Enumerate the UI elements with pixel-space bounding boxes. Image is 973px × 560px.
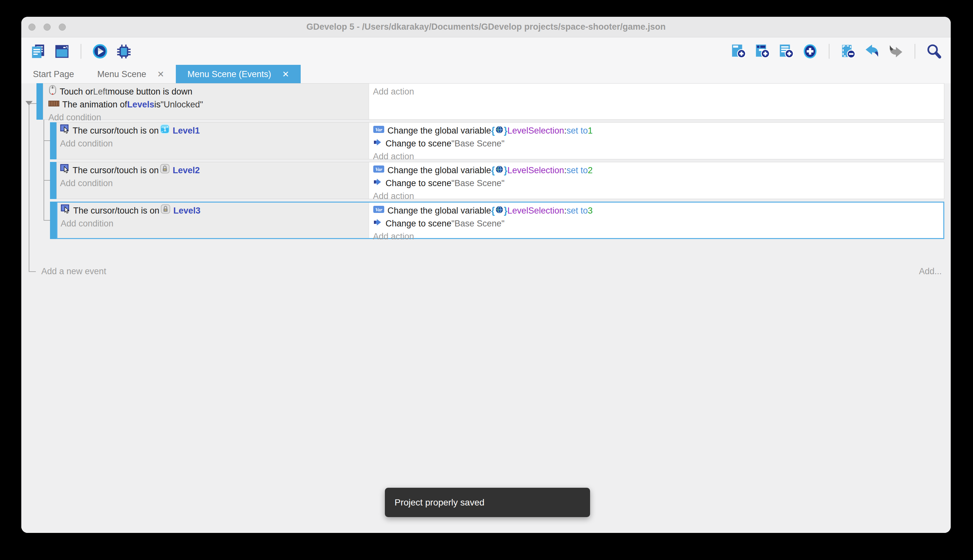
add-condition-button[interactable]: Add condition [57, 217, 369, 230]
actions-column[interactable]: Var Change the global variable { } Level… [369, 123, 944, 159]
actions-column[interactable]: Var Change the global variable { } Level… [369, 203, 943, 238]
scene-editor-window-icon[interactable] [53, 43, 70, 60]
toolbar-separator [915, 44, 915, 59]
add-new-event-button[interactable]: Add a new event [41, 265, 106, 278]
add-action-button[interactable]: Add action [369, 85, 944, 98]
condition-text: mouse button is down [108, 85, 193, 98]
global-variable-brace: { [491, 124, 495, 137]
action-change-variable[interactable]: Var Change the global variable { } Level… [369, 204, 943, 217]
event-row-sub3-selected[interactable]: The cursor/touch is on Level3 Add condit… [57, 202, 944, 239]
variable-icon: Var [373, 204, 385, 217]
project-manager-icon[interactable] [30, 43, 47, 60]
condition-cursor-on[interactable]: The cursor/touch is on 1 Level1 [57, 124, 369, 137]
add-action-button[interactable]: Add action [369, 230, 943, 243]
tree-line [43, 220, 50, 221]
value: 1 [588, 124, 593, 137]
tab-label: Menu Scene [97, 69, 147, 79]
condition-text: The cursor/touch is on [73, 164, 159, 177]
toast-message: Project properly saved [395, 497, 485, 507]
action-change-variable[interactable]: Var Change the global variable { } Level… [369, 164, 944, 177]
global-variable-brace: } [504, 204, 508, 217]
condition-animation[interactable]: The animation of Levels is "Unlocked" [43, 98, 369, 111]
scene-name: "Base Scene" [452, 137, 505, 150]
toolbar [21, 37, 951, 65]
conditions-column[interactable]: The cursor/touch is on Level3 Add condit… [57, 203, 369, 238]
scene-arrow-icon [373, 137, 383, 150]
add-comment-icon[interactable] [778, 43, 795, 60]
redo-icon[interactable] [888, 43, 904, 60]
conditions-column[interactable]: Touch or Left mouse button is down The a… [43, 83, 369, 119]
object-name: Level2 [173, 164, 200, 177]
action-text: Change the global variable [387, 124, 491, 137]
event-highlight-bar[interactable] [37, 83, 43, 120]
play-icon[interactable] [92, 43, 108, 60]
tree-line [43, 120, 44, 220]
condition-text: is [154, 98, 161, 111]
add-condition-button[interactable]: Add condition [57, 177, 369, 190]
action-text: Change to scene [385, 137, 452, 150]
condition-cursor-on[interactable]: The cursor/touch is on Level3 [57, 204, 369, 217]
maximize-window-button[interactable] [59, 23, 66, 31]
condition-param: Left [93, 85, 108, 98]
undo-icon[interactable] [864, 43, 880, 60]
close-tab-icon[interactable]: ✕ [282, 69, 289, 79]
tab-menu-scene[interactable]: Menu Scene ✕ [86, 65, 176, 83]
event-highlight-bar[interactable] [50, 162, 57, 199]
condition-cursor-on[interactable]: The cursor/touch is on Level2 [57, 164, 369, 177]
search-icon[interactable] [926, 43, 942, 60]
variable-icon: Var [373, 164, 385, 177]
globe-icon [495, 164, 503, 177]
action-text: Change to scene [385, 177, 452, 190]
toolbar-separator [81, 44, 81, 59]
action-change-scene[interactable]: Change to scene "Base Scene" [369, 217, 943, 230]
scene-name: "Base Scene" [452, 177, 505, 190]
event-highlight-bar[interactable] [50, 122, 57, 159]
tab-start-page[interactable]: Start Page [21, 65, 86, 83]
event-row-sub1[interactable]: The cursor/touch is on 1 Level1 Add cond… [57, 122, 944, 159]
tree-line [29, 105, 29, 271]
lock-object-icon [161, 204, 170, 217]
add-choose-event-icon[interactable] [802, 43, 818, 60]
tree-line [43, 140, 50, 141]
conditions-column[interactable]: The cursor/touch is on 1 Level1 Add cond… [57, 123, 369, 159]
add-event-icon[interactable] [730, 43, 747, 60]
minimize-window-button[interactable] [43, 23, 51, 31]
object-name: Level3 [173, 204, 200, 217]
close-window-button[interactable] [28, 23, 35, 31]
add-condition-button[interactable]: Add condition [57, 137, 369, 150]
event-row-sub2[interactable]: The cursor/touch is on Level2 Add condit… [57, 162, 944, 199]
global-variable-brace: } [504, 124, 508, 137]
events-sheet: Touch or Left mouse button is down The a… [21, 83, 951, 533]
event-highlight-bar[interactable] [50, 202, 57, 239]
mouse-icon [48, 85, 57, 99]
add-subevent-icon[interactable] [754, 43, 771, 60]
action-change-scene[interactable]: Change to scene "Base Scene" [369, 177, 944, 190]
object-name: Level1 [173, 124, 200, 137]
add-action-button[interactable]: Add action [369, 190, 944, 203]
debugger-icon[interactable] [115, 43, 132, 60]
close-tab-icon[interactable]: ✕ [157, 69, 164, 79]
actions-column[interactable]: Var Change the global variable { } Level… [369, 162, 944, 199]
variable-name: LevelSelection [508, 124, 564, 137]
add-condition-button[interactable]: Add condition [43, 111, 369, 124]
delete-selection-icon[interactable] [840, 43, 856, 60]
tab-menu-scene-events[interactable]: Menu Scene (Events) ✕ [176, 65, 301, 83]
action-change-variable[interactable]: Var Change the global variable { } Level… [369, 124, 944, 137]
global-variable-brace: } [504, 164, 508, 177]
operator: set to [566, 204, 588, 217]
condition-text: The cursor/touch is on [73, 204, 159, 217]
save-toast: Project properly saved [385, 488, 590, 517]
toolbar-separator [829, 44, 830, 59]
scene-name: "Base Scene" [452, 217, 505, 230]
action-change-scene[interactable]: Change to scene "Base Scene" [369, 137, 944, 150]
variable-name: LevelSelection [508, 164, 564, 177]
event-row-parent[interactable]: Touch or Left mouse button is down The a… [43, 83, 944, 120]
variable-icon: Var [373, 124, 385, 137]
add-action-button[interactable]: Add action [369, 150, 944, 163]
actions-column[interactable]: Add action [369, 83, 944, 119]
add-ellipsis-button[interactable]: Add... [919, 265, 942, 278]
conditions-column[interactable]: The cursor/touch is on Level2 Add condit… [57, 162, 369, 199]
toolbar-left [30, 43, 132, 60]
condition-touch-mouse[interactable]: Touch or Left mouse button is down [43, 85, 369, 98]
variable-name: LevelSelection [508, 204, 564, 217]
